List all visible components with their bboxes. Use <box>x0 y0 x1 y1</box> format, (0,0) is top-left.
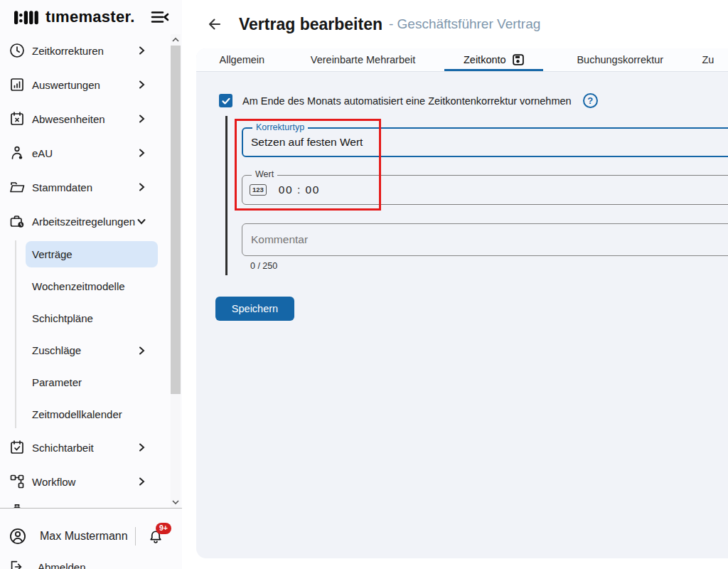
tab-label: Zeitkonto <box>464 54 506 65</box>
chevron-right-icon <box>136 442 146 452</box>
timemaster-logo-icon <box>14 9 40 26</box>
wert-input[interactable]: Wert 123 00 : 00 <box>242 175 728 205</box>
sidebar-item-label: Stammdaten <box>32 181 146 193</box>
scroll-down-icon[interactable] <box>171 498 180 506</box>
sidebar-item-schichtarbeit[interactable]: Schichtarbeit <box>0 430 182 464</box>
sidebar-item-eau[interactable]: eAU <box>0 136 182 170</box>
korrekturtyp-select[interactable]: Korrekturtyp Setzen auf festen Wert <box>242 127 728 157</box>
sidebar-item-label: Auswertungen <box>32 79 146 91</box>
sidebar-subitem-label: Zeitmodellkalender <box>32 408 146 420</box>
sidebar-subitem-parameter[interactable]: Parameter <box>0 366 182 398</box>
logout-button[interactable]: Abmelden <box>9 559 86 569</box>
sidebar-item-label: eAU <box>32 147 146 159</box>
sidebar-divider <box>0 508 182 509</box>
tab-label: Buchungskorrektur <box>577 54 663 65</box>
sidebar: tımemaster. Zeitkorrekturen Auswert <box>0 0 182 569</box>
chevron-right-icon <box>136 114 146 124</box>
sidebar-subitem-label: Parameter <box>32 376 146 388</box>
sidebar-item-zeitkorrekturen[interactable]: Zeitkorrekturen <box>0 33 182 68</box>
kommentar-input[interactable] <box>242 233 728 246</box>
chevron-right-icon <box>136 46 146 55</box>
numeric-123-icon: 123 <box>250 184 267 196</box>
check-icon <box>221 96 231 106</box>
sidebar-subitem-wochenzeitmodelle[interactable]: Wochenzeitmodelle <box>0 270 182 302</box>
logo-row: tımemaster. <box>0 0 182 34</box>
sidebar-item-abwesenheiten[interactable]: Abwesenheiten <box>0 102 182 136</box>
auto-correction-checkbox[interactable] <box>219 94 232 107</box>
sidebar-subitem-zeitmodellkalender[interactable]: Zeitmodellkalender <box>0 398 182 430</box>
person-icon <box>9 144 26 161</box>
auto-correction-row: Am Ende des Monats automatisiert eine Ze… <box>219 93 598 108</box>
char-counter: 0 / 250 <box>250 261 277 271</box>
scroll-up-icon[interactable] <box>171 36 180 44</box>
chevron-right-icon <box>136 477 146 486</box>
user-separator <box>135 527 136 546</box>
briefcase-clock-icon <box>9 213 26 230</box>
content-card: Allgemein Vereinbarte Mehrarbeit Zeitkon… <box>196 48 728 558</box>
sidebar-collapse-icon[interactable] <box>151 9 169 25</box>
scrollbar-thumb[interactable] <box>171 46 181 394</box>
sidebar-item-arbeitszeitregelungen[interactable]: Arbeitszeitregelungen <box>0 204 182 238</box>
back-arrow-icon[interactable] <box>206 16 223 33</box>
logout-label: Abmelden <box>38 561 86 569</box>
tab-zeitkonto[interactable]: Zeitkonto <box>438 48 550 71</box>
sidebar-item-label: Schichtarbeit <box>32 442 146 454</box>
sidebar-scrollbar[interactable] <box>171 34 181 508</box>
sidebar-subitem-vertraege[interactable]: Verträge <box>0 238 182 270</box>
sidebar-item-label: Arbeitszeitregelungen <box>32 216 146 228</box>
sidebar-subitem-label: Schichtpläne <box>32 312 146 324</box>
sidebar-subitem-label: Zuschläge <box>32 344 146 356</box>
sidebar-item-label: Workflow <box>32 476 146 488</box>
tab-label: Zu <box>702 54 714 65</box>
auto-correction-label: Am Ende des Monats automatisiert eine Ze… <box>242 95 572 107</box>
calendar-x-icon <box>9 110 26 127</box>
korrekturtyp-value: Setzen auf festen Wert <box>243 129 728 149</box>
folder-open-icon <box>9 179 26 196</box>
calendar-check-icon <box>9 439 26 456</box>
sidebar-item-stammdaten[interactable]: Stammdaten <box>0 170 182 204</box>
sidebar-subitem-label: Wochenzeitmodelle <box>32 280 146 292</box>
help-icon[interactable]: ? <box>583 93 598 108</box>
notifications-button[interactable]: 9+ <box>148 527 165 546</box>
user-row[interactable]: Max Mustermann 9+ <box>0 520 182 553</box>
sidebar-item-workflow[interactable]: Workflow <box>0 464 182 499</box>
form-group-guide-line <box>225 116 228 275</box>
sidebar-item-label: Zeitkorrekturen <box>32 45 146 57</box>
wert-value: 00 : 00 <box>279 184 320 196</box>
clock-icon <box>9 42 26 59</box>
notification-badge: 9+ <box>156 523 171 534</box>
tab-allgemein[interactable]: Allgemein <box>196 48 288 71</box>
tab-buchungskorrektur[interactable]: Buchungskorrektur <box>550 48 690 71</box>
page-subtitle: - Geschäftsführer Vertrag <box>389 16 540 32</box>
avatar-icon <box>9 527 27 546</box>
page-header: Vertrag bearbeiten - Geschäftsführer Ver… <box>182 0 728 48</box>
kommentar-field[interactable] <box>242 223 728 256</box>
korrekturtyp-label: Korrekturtyp <box>252 122 308 132</box>
tabbar: Allgemein Vereinbarte Mehrarbeit Zeitkon… <box>196 48 728 72</box>
chevron-right-icon <box>136 80 146 90</box>
chevron-right-icon <box>136 148 146 158</box>
tab-label: Vereinbarte Mehrarbeit <box>311 54 416 65</box>
save-button[interactable]: Speichern <box>215 297 294 321</box>
sidebar-item-partial[interactable] <box>0 499 182 509</box>
wert-label: Wert <box>252 169 277 179</box>
chevron-down-icon <box>136 216 146 226</box>
user-name: Max Mustermann <box>40 530 128 543</box>
sidebar-item-auswertungen[interactable]: Auswertungen <box>0 68 182 102</box>
sidebar-subitem-schichtplaene[interactable]: Schichtpläne <box>0 302 182 334</box>
workflow-icon <box>9 473 26 490</box>
page-title: Vertrag bearbeiten <box>239 15 382 34</box>
sidebar-nav: Zeitkorrekturen Auswertungen Abwesenheit… <box>0 33 182 509</box>
sidebar-item-label: Abwesenheiten <box>32 113 146 125</box>
logout-icon <box>9 559 24 569</box>
save-icon <box>512 53 525 66</box>
tab-cutoff[interactable]: Zu <box>690 48 728 71</box>
sidebar-subitem-label: Verträge <box>32 248 146 260</box>
logo-text: tımemaster. <box>46 8 151 26</box>
sidebar-subitem-zuschlaege[interactable]: Zuschläge <box>0 334 182 366</box>
chevron-right-icon <box>136 182 146 192</box>
tab-vereinbarte-mehrarbeit[interactable]: Vereinbarte Mehrarbeit <box>288 48 439 71</box>
tab-label: Allgemein <box>219 54 264 65</box>
bar-chart-icon <box>9 76 26 93</box>
